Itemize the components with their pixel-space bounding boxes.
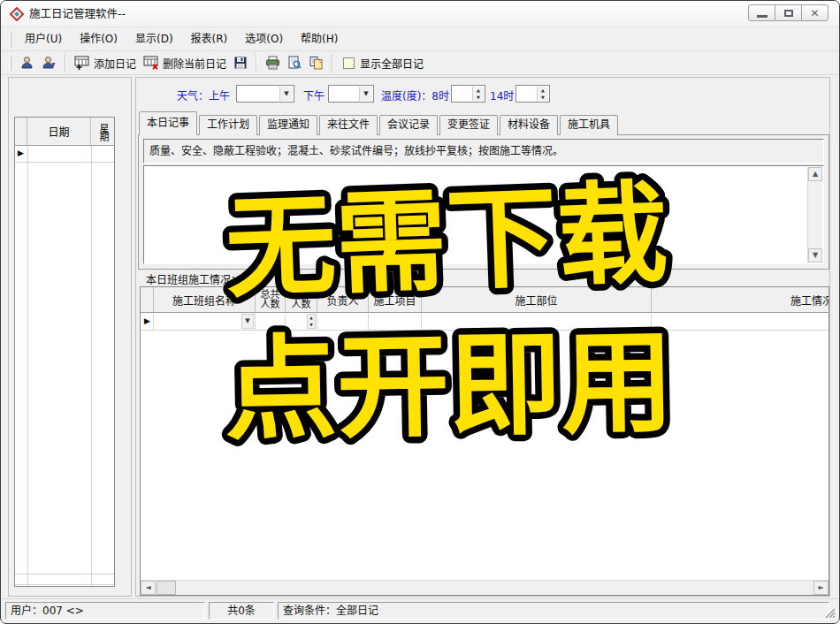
weather-morning-select[interactable]: ▼: [236, 85, 294, 103]
dropdown-arrow-icon[interactable]: ▼: [279, 87, 293, 101]
copy-pages-icon: [309, 56, 324, 70]
spinner-buttons[interactable]: ▲ ▼: [537, 87, 548, 101]
dropdown-arrow-icon[interactable]: ▼: [241, 314, 254, 329]
scroll-up-icon[interactable]: ▲: [808, 167, 822, 181]
scroll-left-icon[interactable]: ◄: [141, 581, 156, 595]
user-logout-button[interactable]: [38, 54, 60, 72]
tab-change-visa[interactable]: 变更签证: [439, 115, 498, 135]
save-button[interactable]: [230, 54, 251, 72]
weather-morning-label: 天气：上午: [177, 88, 230, 103]
crew-project-cell[interactable]: [369, 313, 422, 331]
crew-selector-header: [141, 287, 154, 313]
print-button[interactable]: [262, 54, 284, 72]
weather-afternoon-label: 下午: [303, 88, 325, 103]
status-count: 共0条: [209, 602, 274, 620]
scroll-down-icon[interactable]: ▼: [808, 248, 822, 263]
date-grid-body[interactable]: ▶: [15, 146, 114, 586]
menu-grip: [9, 32, 11, 48]
user-icon: [19, 56, 34, 70]
toolbar: 添加日记 删除当前日记: [2, 51, 838, 75]
crew-section-label: 本日班组施工情况：: [146, 271, 241, 286]
menu-report[interactable]: 报表(R): [182, 28, 237, 50]
tab-daily-notes[interactable]: 本日记事: [139, 111, 197, 135]
restore-button[interactable]: [775, 4, 802, 21]
scroll-right-icon[interactable]: ►: [813, 581, 829, 595]
crew-total-cell[interactable]: [256, 313, 286, 331]
tab-strip: 本日记事 工作计划 监理通知 来往文件 会议记录 变更签证 材料设备 施工机具: [139, 112, 620, 135]
tab-correspondence[interactable]: 来往文件: [319, 115, 378, 135]
spin-down-icon: ▼: [473, 94, 484, 101]
spin-up-icon: ▲: [308, 315, 315, 322]
crew-team-cell[interactable]: ▼: [154, 313, 256, 331]
user-login-button[interactable]: [16, 54, 38, 72]
spinner-buttons[interactable]: ▲ ▼: [472, 87, 484, 101]
toolbar-grip: [9, 55, 11, 71]
date-grid-selector-header: [15, 118, 27, 145]
spin-down-icon: ▼: [538, 94, 548, 101]
crew-grid[interactable]: 施工班组名称 总共 人数 出勤 人数 负责人 施工项目 施工部位 施工情况 ▶ …: [140, 286, 829, 596]
memo-vertical-scrollbar[interactable]: ▲ ▼: [807, 167, 822, 263]
grid-line: [91, 146, 92, 586]
preview-button[interactable]: [284, 54, 305, 72]
grid-line: [15, 162, 114, 163]
show-all-label: 显示全部日记: [360, 56, 424, 71]
spin-up-icon: ▲: [538, 87, 548, 94]
spin-up-icon: ▲: [473, 87, 484, 94]
printer-icon: [265, 56, 280, 70]
week-column-header: 星期: [91, 118, 114, 145]
crew-team-header: 施工班组名称: [154, 287, 256, 313]
add-diary-label: 添加日记: [94, 56, 136, 71]
menu-options[interactable]: 选项(O): [236, 28, 292, 50]
menu-display[interactable]: 显示(D): [126, 28, 182, 50]
menu-operate[interactable]: 操作(O): [71, 28, 126, 50]
user-arrow-icon: [42, 56, 57, 70]
crew-attend-header: 出勤 人数: [286, 287, 317, 313]
export-button[interactable]: [305, 54, 327, 72]
tab-work-plan[interactable]: 工作计划: [199, 115, 257, 135]
diary-memo[interactable]: ▲ ▼: [143, 165, 824, 264]
app-icon: [10, 7, 24, 21]
add-diary-button[interactable]: 添加日记: [71, 54, 140, 72]
tab-construction-machinery[interactable]: 施工机具: [560, 115, 618, 135]
save-icon: [233, 56, 248, 70]
crew-location-cell[interactable]: [422, 313, 652, 331]
temp-8h-input[interactable]: ▲ ▼: [451, 85, 485, 103]
crew-situation-cell[interactable]: [652, 313, 829, 331]
menu-user[interactable]: 用户(U): [16, 28, 71, 50]
diary-hint-text: 质量、安全、隐蔽工程验收；混凝土、砂浆试件编号；放线抄平复核；按图施工等情况。: [143, 139, 824, 164]
tab-supervision-notice[interactable]: 监理通知: [259, 115, 317, 135]
grid-line: [15, 574, 114, 575]
temp-14h-label: 14时: [490, 88, 514, 103]
spin-down-icon: ▼: [308, 322, 315, 329]
temp-14h-input[interactable]: ▲ ▼: [515, 85, 550, 103]
restore-icon: [784, 10, 793, 17]
tab-meeting-minutes[interactable]: 会议记录: [379, 115, 438, 135]
title-bar[interactable]: 施工日记管理软件-- ✕: [1, 1, 839, 27]
status-bar: 用户：007 <> 共0条 查询条件：全部日记: [2, 598, 838, 622]
main-panel: 天气：上午 ▼ 下午 ▼ 温度(度)：8时 ▲ ▼ 14时 ▲ ▼: [135, 77, 830, 597]
menu-help[interactable]: 帮助(H): [292, 28, 347, 50]
crew-grid-horizontal-scrollbar[interactable]: ◄ ►: [141, 580, 829, 595]
date-grid[interactable]: 日期 星期 ▶: [14, 117, 115, 587]
resize-grip[interactable]: [824, 607, 836, 619]
menu-bar: 用户(U) 操作(O) 显示(D) 报表(R) 选项(O) 帮助(H): [2, 28, 838, 51]
crew-attend-cell[interactable]: ▲ ▼: [286, 313, 317, 331]
dropdown-arrow-icon[interactable]: ▼: [359, 87, 372, 101]
current-row-marker-icon: ▶: [18, 148, 24, 157]
scrollbar-thumb[interactable]: [157, 581, 176, 595]
crew-leader-cell[interactable]: [317, 313, 369, 331]
crew-situation-header: 施工情况: [652, 287, 829, 313]
close-icon: ✕: [802, 5, 828, 21]
spinner-buttons[interactable]: ▲ ▼: [307, 314, 316, 329]
temp-8h-label: 温度(度)：8时: [381, 88, 449, 103]
window-controls: ✕: [749, 4, 829, 21]
app-window: 施工日记管理软件-- ✕ 用户(U) 操作(O) 显示(D) 报表(R) 选项(…: [0, 0, 840, 624]
weather-afternoon-select[interactable]: ▼: [328, 85, 374, 103]
delete-diary-button[interactable]: [140, 54, 163, 72]
tab-materials-equipment[interactable]: 材料设备: [500, 115, 558, 135]
close-button[interactable]: ✕: [801, 4, 829, 21]
show-all-checkbox[interactable]: [343, 57, 355, 69]
crew-row-selector[interactable]: ▶: [141, 313, 154, 331]
minimize-button[interactable]: [748, 4, 775, 21]
status-user: 用户：007 <>: [5, 602, 205, 620]
